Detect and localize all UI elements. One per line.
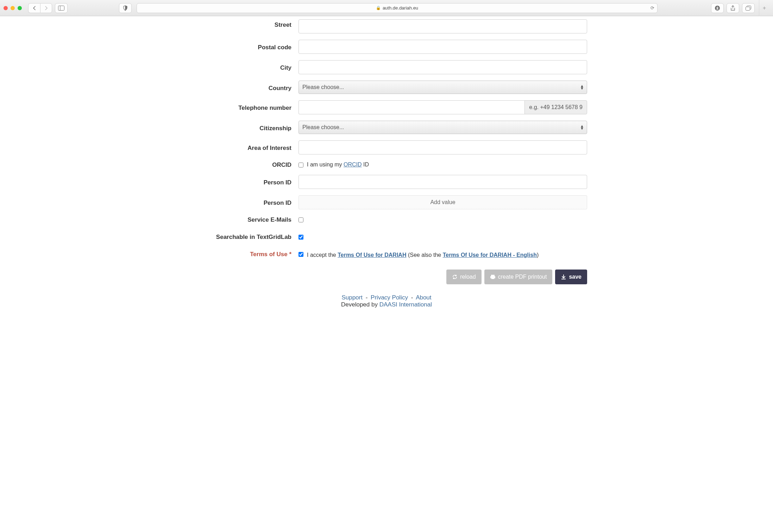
footer: Support - Privacy Policy - About Develop… xyxy=(186,294,587,308)
searchable-checkbox[interactable] xyxy=(298,235,303,240)
postal-input[interactable] xyxy=(298,40,587,54)
window-controls xyxy=(4,6,22,10)
pdf-button[interactable]: create PDF printout xyxy=(484,270,553,284)
terms-link-1[interactable]: Terms Of Use for DARIAH xyxy=(338,252,406,258)
footer-privacy[interactable]: Privacy Policy xyxy=(371,294,408,301)
label-citizenship: Citizenship xyxy=(186,121,298,132)
svg-rect-8 xyxy=(491,278,494,279)
nav-buttons xyxy=(28,3,52,13)
footer-support[interactable]: Support xyxy=(341,294,363,301)
privacy-button[interactable] xyxy=(119,3,132,13)
terms-link-2[interactable]: Terms Of Use for DARIAH - English xyxy=(443,252,537,258)
terms-text: I accept the Terms Of Use for DARIAH (Se… xyxy=(307,251,539,259)
close-icon[interactable] xyxy=(4,6,8,10)
label-orcid: ORCID xyxy=(186,161,298,169)
label-postal: Postal code xyxy=(186,40,298,51)
downloads-button[interactable] xyxy=(711,3,724,13)
country-select[interactable]: Please choose... ▲▼ xyxy=(298,81,587,94)
footer-about[interactable]: About xyxy=(416,294,431,301)
service-emails-checkbox[interactable] xyxy=(298,217,303,222)
label-phone: Telephone number xyxy=(186,100,298,112)
download-icon xyxy=(561,274,566,280)
lock-icon: 🔒 xyxy=(376,6,381,10)
label-terms: Terms of Use * xyxy=(186,250,298,258)
svg-rect-0 xyxy=(58,6,64,10)
phone-hint: e.g. +49 1234 5678 9 xyxy=(524,100,587,114)
refresh-icon xyxy=(452,274,458,280)
label-interest: Area of Interest xyxy=(186,140,298,152)
button-row: reload create PDF printout save xyxy=(186,262,587,284)
interest-input[interactable] xyxy=(298,140,587,154)
phone-input[interactable] xyxy=(298,100,524,114)
forward-button[interactable] xyxy=(40,3,52,13)
reload-icon[interactable]: ⟳ xyxy=(651,5,654,11)
personid-input[interactable] xyxy=(298,175,587,189)
sidebar-button[interactable] xyxy=(55,3,68,13)
add-value-button[interactable]: Add value xyxy=(298,195,587,209)
svg-rect-6 xyxy=(491,275,495,276)
footer-daasi[interactable]: DAASI International xyxy=(379,301,432,308)
label-street: Street xyxy=(186,19,298,28)
city-input[interactable] xyxy=(298,60,587,74)
back-button[interactable] xyxy=(28,3,40,13)
orcid-link[interactable]: ORCID xyxy=(344,162,362,167)
address-bar[interactable]: 🔒 auth.de.dariah.eu ⟳ xyxy=(137,3,658,13)
new-tab-button[interactable]: + xyxy=(759,0,769,16)
chevron-updown-icon: ▲▼ xyxy=(580,85,584,90)
street-input[interactable] xyxy=(298,19,587,33)
label-city: City xyxy=(186,60,298,71)
reload-button[interactable]: reload xyxy=(446,270,481,284)
label-searchable: Searchable in TextGridLab xyxy=(186,233,298,241)
maximize-icon[interactable] xyxy=(18,6,22,10)
orcid-text: I am using my ORCID ID xyxy=(307,162,369,168)
browser-toolbar: 🔒 auth.de.dariah.eu ⟳ + xyxy=(0,0,773,16)
share-button[interactable] xyxy=(727,3,739,13)
minimize-icon[interactable] xyxy=(11,6,15,10)
url-text: auth.de.dariah.eu xyxy=(383,5,418,11)
label-personid-2: Person ID xyxy=(186,195,298,207)
label-service-emails: Service E-Mails xyxy=(186,216,298,223)
chevron-updown-icon: ▲▼ xyxy=(580,125,584,130)
label-personid: Person ID xyxy=(186,175,298,186)
label-country: Country xyxy=(186,81,298,92)
svg-rect-5 xyxy=(746,7,750,10)
print-icon xyxy=(490,274,496,280)
orcid-checkbox[interactable] xyxy=(298,163,303,167)
tabs-button[interactable] xyxy=(742,3,755,13)
terms-checkbox[interactable] xyxy=(298,252,303,257)
country-placeholder: Please choose... xyxy=(302,84,344,90)
registration-form: Street Postal code City Country Please c… xyxy=(186,16,587,308)
citizenship-select[interactable]: Please choose... ▲▼ xyxy=(298,121,587,134)
citizenship-placeholder: Please choose... xyxy=(302,124,344,131)
save-button[interactable]: save xyxy=(555,270,587,284)
